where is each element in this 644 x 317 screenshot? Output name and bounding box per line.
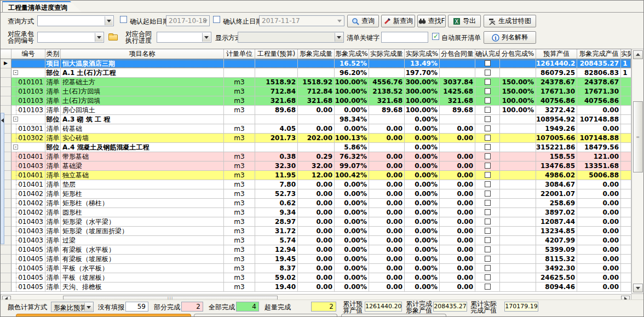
table-row[interactable]: 010101清单挖基础土方m31518.921518.92100.00%4556…: [1, 78, 631, 87]
confirm-checkbox[interactable]: [485, 88, 491, 94]
confirm-checkbox[interactable]: [485, 125, 491, 131]
confirm-checkbox[interactable]: [485, 218, 491, 224]
table-row[interactable]: 010302清单实心砖墙m3201.73202.00100.13%0.000.0…: [1, 134, 631, 143]
confirm-checkbox[interactable]: [485, 237, 491, 243]
folder-icon[interactable]: [108, 32, 118, 41]
confirm-checkbox[interactable]: [485, 209, 491, 215]
column-header[interactable]: 实际完成%: [405, 49, 440, 59]
confirm-checkbox[interactable]: [485, 116, 491, 122]
table-row[interactable]: 010403清单矩形梁（水平梁）m328.970.000.00%0.000.00…: [1, 217, 631, 227]
left-panel-splitter[interactable]: [1, 113, 4, 244]
confirm-checkbox[interactable]: [485, 172, 491, 178]
confirm-checkbox[interactable]: [485, 144, 491, 150]
auto-expand-checkbox[interactable]: [432, 33, 439, 40]
table-row[interactable]: -部位A.3 砌 筑 工 程98.34%0.00%108954.92107148…: [1, 115, 631, 124]
table-row[interactable]: 010402清单矩形柱（梯柱）m30.620.000.00%0.000.00%0…: [1, 199, 631, 208]
confirm-checkbox[interactable]: [485, 70, 491, 76]
confirm-checkbox[interactable]: [485, 256, 491, 262]
confirm-checkbox[interactable]: [485, 107, 491, 113]
row-selector[interactable]: [1, 245, 12, 255]
table-row[interactable]: 010401清单独立基础m311.9512.00100.42%0.000.00%…: [1, 171, 631, 180]
keyword-input[interactable]: [381, 32, 428, 43]
query-mode-combobox[interactable]: [37, 15, 114, 26]
table-row[interactable]: 010405清单平板（坡屋板）m359.020.000.00%0.000.00%…: [1, 273, 631, 283]
row-selector[interactable]: [1, 283, 12, 292]
table-row[interactable]: 010403清单过梁m35.740.000.00%0.000.00%0.0042…: [1, 236, 631, 245]
find-button[interactable]: 查找F: [417, 15, 446, 27]
column-header[interactable]: 确认完成: [475, 49, 500, 59]
confirm-checkbox[interactable]: [485, 228, 491, 234]
table-row[interactable]: 010103清单土(石)方回填m3321.68321.68100.00%321.…: [1, 96, 631, 106]
table-row[interactable]: -部位A.1 土(石)方工程96.20%197.70%86079.2582806…: [1, 68, 631, 78]
table-row[interactable]: 010405清单平板（水平板）m38.370.000.00%0.000.00%0…: [1, 264, 631, 273]
confirm-checkbox[interactable]: [485, 191, 491, 197]
chevron-down-icon[interactable]: [105, 16, 113, 25]
table-row[interactable]: 010103清单土(石)方回填m3712.84712.84100.00%2138…: [1, 87, 631, 96]
export-button[interactable]: X 导出: [448, 15, 481, 27]
row-selector[interactable]: [1, 264, 12, 273]
scroll-down-button[interactable]: [633, 284, 643, 292]
table-row[interactable]: 010405清单有梁板（坡屋板）m319.450.000.00%0.000.00…: [1, 255, 631, 264]
confirm-checkbox[interactable]: [485, 60, 491, 66]
query-button[interactable]: 查询: [347, 15, 379, 27]
table-row[interactable]: 010301清单砖基础m34.050.000.00%0.000.00%0.001…: [1, 124, 631, 134]
table-row[interactable]: 010402清单矩形柱m352.730.000.00%0.000.00%0.00…: [1, 189, 631, 199]
column-header[interactable]: 实际完成产值: [621, 49, 631, 59]
table-row[interactable]: 010401清单带形基础m30.380.2976.32%0.000.00%0.0…: [1, 152, 631, 162]
confirm-checkbox[interactable]: [485, 97, 491, 103]
confirm-checkbox[interactable]: [485, 246, 491, 252]
table-row[interactable]: 010405清单有梁板（水平板）m312.940.000.00%0.000.00…: [1, 245, 631, 255]
column-header[interactable]: [1, 49, 12, 59]
chevron-down-icon[interactable]: [84, 303, 93, 311]
table-row[interactable]: 010403清单矩形梁（坡屋面折梁）m331.720.000.00%0.000.…: [1, 227, 631, 236]
column-help-button[interactable]: i 列名解释: [484, 31, 536, 44]
tree-collapse-icon[interactable]: -: [13, 145, 18, 149]
bottom-tab-2[interactable]: [194, 314, 337, 317]
row-selector[interactable]: [1, 78, 12, 87]
bottom-tab-3[interactable]: [341, 314, 446, 317]
confirm-checkbox[interactable]: [485, 284, 491, 290]
contract-progress-combobox[interactable]: [157, 32, 211, 43]
confirm-checkbox[interactable]: [485, 200, 491, 206]
tree-collapse-icon[interactable]: -: [13, 117, 18, 122]
table-row[interactable]: 010401清单垫层m37.800.000.00%0.000.00%0.0030…: [1, 180, 631, 189]
confirm-checkbox[interactable]: [485, 163, 491, 169]
table-row[interactable]: ▶项目恒大温泉酒店三期16.52%13.49%1261440.2208435.2…: [1, 59, 631, 68]
column-header[interactable]: 实际完成量: [369, 49, 405, 59]
table-row[interactable]: -部位A.4 混凝土及钢筋混凝土工程5.86%0.00%315221.86184…: [1, 143, 631, 152]
confirm-start-checkbox[interactable]: [120, 16, 127, 23]
chevron-down-icon[interactable]: [95, 33, 103, 42]
column-header[interactable]: 分包合同量: [440, 49, 475, 59]
new-query-button[interactable]: 新查询: [381, 15, 415, 27]
chevron-down-icon[interactable]: [335, 33, 343, 42]
confirm-end-date-field[interactable]: 2017-11-17: [259, 15, 344, 26]
column-header[interactable]: 形象完成产值: [577, 49, 621, 59]
confirm-checkbox[interactable]: [485, 181, 491, 187]
confirm-checkbox[interactable]: [485, 79, 491, 85]
column-header[interactable]: 预算产值: [536, 49, 577, 59]
generate-gantt-button[interactable]: 生成甘特图: [484, 15, 536, 27]
row-selector[interactable]: [1, 96, 12, 106]
confirm-checkbox[interactable]: [485, 265, 491, 271]
display-mode-combobox[interactable]: [238, 32, 344, 43]
column-header[interactable]: 分包完成%: [500, 49, 536, 59]
column-header[interactable]: 形象完成%: [335, 49, 369, 59]
table-row[interactable]: 010405清单天沟、排檐板m319.400.000.00%0.000.00%0…: [1, 283, 631, 292]
tab-quantity-progress-query[interactable]: 工程量清单进度查询: [2, 1, 82, 13]
column-header[interactable]: 项目名称: [61, 49, 224, 59]
bottom-tab-active[interactable]: [16, 314, 191, 317]
confirm-checkbox[interactable]: [485, 274, 491, 280]
column-header[interactable]: 类别: [45, 49, 61, 59]
vertical-scrollbar[interactable]: ≡: [631, 49, 644, 294]
chevron-down-icon[interactable]: [202, 33, 210, 42]
row-selector[interactable]: [1, 255, 12, 264]
confirm-end-checkbox[interactable]: [213, 16, 220, 23]
color-mode-combobox[interactable]: 形象比预算: [51, 302, 94, 312]
table-row[interactable]: 010402清单圆形柱m39.340.000.00%0.000.00%0.003…: [1, 208, 631, 217]
vertical-scroll-thumb[interactable]: ≡: [633, 101, 643, 172]
column-header[interactable]: 形象完成量: [298, 49, 335, 59]
table-row[interactable]: 010103清单房心回填土m389.680.000.00%89.68100.00…: [1, 106, 631, 115]
column-header[interactable]: 编号: [12, 49, 45, 59]
row-selector[interactable]: [1, 87, 12, 96]
row-selector[interactable]: ▶: [1, 59, 12, 68]
